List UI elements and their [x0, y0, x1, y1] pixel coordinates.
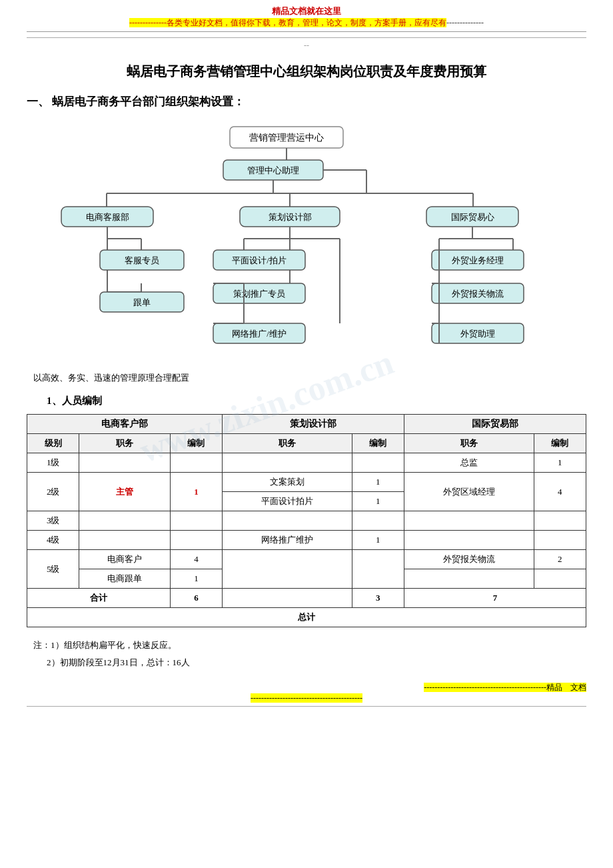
cell-e-num: 1	[170, 473, 222, 511]
brand-subtitle-suffix: --------------	[446, 18, 484, 27]
footer-brand-text: ----------------------------------------…	[424, 683, 586, 692]
dept-header-planning: 策划设计部	[223, 415, 404, 434]
cell-grand-total-label: 总计	[27, 608, 586, 627]
cell-e-duty	[79, 453, 170, 473]
cell-p-num: 1	[352, 473, 404, 492]
cell-level: 5级	[27, 550, 79, 589]
cell-p-duty	[223, 511, 352, 531]
cell-e-num	[170, 453, 222, 473]
cell-e-total: 6	[170, 589, 222, 608]
cell-f-total: 7	[404, 589, 586, 608]
note1: 注：1）组织结构扁平化，快速反应。	[33, 637, 586, 654]
col-level: 级别	[27, 434, 79, 453]
dept-header-foreign: 国际贸易部	[404, 415, 586, 434]
footer-line2-text: ----------------------------------------…	[251, 693, 362, 703]
cell-f-num	[534, 511, 586, 531]
brand-title: 精品文档就在这里	[27, 5, 586, 17]
svg-text:跟单: 跟单	[133, 297, 151, 307]
cell-p-total: 3	[352, 589, 404, 608]
col-f-duty: 职务	[404, 434, 534, 453]
cell-e-num: 4	[170, 550, 222, 569]
brand-subtitle-highlight: --------------各类专业好文档，值得你下载，教育，管理，论文，制度，…	[129, 18, 446, 27]
table-row-grand-total: 总计	[27, 608, 586, 627]
cell-p-num	[352, 550, 404, 589]
cell-p-duty: 网络推广维护	[223, 531, 352, 550]
table-row: 4级 网络推广维护 1	[27, 531, 586, 550]
cell-p-num	[352, 453, 404, 473]
svg-text:外贸业务经理: 外贸业务经理	[452, 255, 504, 265]
section1-heading: 一、 蜗居电子商务平台部门组织架构设置：	[27, 94, 586, 109]
svg-text:客服专员: 客服专员	[125, 255, 159, 265]
col-p-num: 编制	[352, 434, 404, 453]
svg-text:平面设计/拍片: 平面设计/拍片	[232, 255, 287, 265]
staff-table: 电商客户部 策划设计部 国际贸易部 级别 职务 编制 职务 编制 职务 编制 1…	[27, 414, 586, 627]
notes-section: 注：1）组织结构扁平化，快速反应。 2）初期阶段至12月31日，总计：16人	[27, 637, 586, 671]
cell-f-num: 2	[534, 550, 586, 569]
cell-p-num: 1	[352, 531, 404, 550]
org-chart-svg: 营销管理营运中心 管理中心助理 电商客服部 策划设计部 国际贸易心	[33, 120, 580, 367]
col-e-num: 编制	[170, 434, 222, 453]
note2: 2）初期阶段至12月31日，总计：16人	[47, 654, 586, 671]
svg-text:策划设计部: 策划设计部	[269, 212, 312, 222]
subsection1-title: 1、人员编制	[47, 395, 586, 407]
footer-divider	[27, 706, 586, 707]
cell-p-duty	[223, 550, 352, 589]
svg-text:国际贸易心: 国际贸易心	[451, 212, 494, 222]
brand-subtitle: --------------各类专业好文档，值得你下载，教育，管理，论文，制度，…	[27, 17, 586, 32]
table-row-total: 合计 6 3 7	[27, 589, 586, 608]
cell-level: 1级	[27, 453, 79, 473]
cell-level: 3级	[27, 511, 79, 531]
cell-f-num: 1	[534, 453, 586, 473]
svg-text:外贸报关物流: 外贸报关物流	[452, 289, 504, 299]
col-p-duty: 职务	[223, 434, 352, 453]
cell-e-duty: 电商客户	[79, 550, 170, 569]
table-row: 5级 电商客户 4 外贸报关物流 2	[27, 550, 586, 569]
svg-text:策划推广专员: 策划推广专员	[233, 289, 285, 299]
main-title: 蜗居电子商务营销管理中心组织架构岗位职责及年度费用预算	[27, 63, 586, 81]
table-row: 3级	[27, 511, 586, 531]
svg-text:网络推广/维护: 网络推广/维护	[232, 329, 287, 339]
svg-text:营销管理营运中心: 营销管理营运中心	[249, 133, 324, 143]
cell-p-total-label	[223, 589, 352, 608]
col-e-duty: 职务	[79, 434, 170, 453]
footer-line2: ----------------------------------------…	[27, 693, 586, 703]
cell-p-duty: 平面设计拍片	[223, 492, 352, 511]
footer: ----------------------------------------…	[27, 682, 586, 707]
cell-p-duty: 文案策划	[223, 473, 352, 492]
cell-f-duty	[404, 569, 534, 589]
org-chart: 营销管理营运中心 管理中心助理 电商客服部 策划设计部 国际贸易心	[33, 120, 580, 369]
cell-e-duty	[79, 531, 170, 550]
table-row: 2级 主管 1 文案策划 1 外贸区域经理 4	[27, 473, 586, 492]
svg-text:电商客服部: 电商客服部	[86, 212, 129, 222]
cell-f-duty	[404, 531, 534, 550]
svg-text:外贸助理: 外贸助理	[460, 329, 495, 339]
cell-f-duty: 总监	[404, 453, 534, 473]
cell-p-duty	[223, 453, 352, 473]
cell-e-duty: 主管	[79, 473, 170, 511]
footer-brand: ----------------------------------------…	[27, 682, 586, 693]
cell-e-duty: 电商跟单	[79, 569, 170, 589]
cell-p-num: 1	[352, 492, 404, 511]
svg-text:管理中心助理: 管理中心助理	[247, 165, 299, 175]
cell-total-label: 合计	[27, 589, 171, 608]
header: 精品文档就在这里 --------------各类专业好文档，值得你下载，教育，…	[27, 0, 586, 35]
cell-f-duty: 外贸报关物流	[404, 550, 534, 569]
dept-header-ecustomer: 电商客户部	[27, 415, 223, 434]
dash-line: --	[27, 41, 586, 51]
cell-f-num	[534, 531, 586, 550]
table-row: 1级 总监 1	[27, 453, 586, 473]
col-f-num: 编制	[534, 434, 586, 453]
cell-e-num: 1	[170, 569, 222, 589]
cell-level: 2级	[27, 473, 79, 511]
cell-f-duty: 外贸区域经理	[404, 473, 534, 511]
cell-f-duty	[404, 511, 534, 531]
cell-e-num	[170, 511, 222, 531]
top-divider	[27, 37, 586, 38]
cell-f-num	[534, 569, 586, 589]
cell-f-num: 4	[534, 473, 586, 511]
cell-e-num	[170, 531, 222, 550]
cell-p-num	[352, 511, 404, 531]
description: 以高效、务实、迅速的管理原理合理配置	[33, 372, 586, 384]
cell-level: 4级	[27, 531, 79, 550]
cell-e-duty	[79, 511, 170, 531]
